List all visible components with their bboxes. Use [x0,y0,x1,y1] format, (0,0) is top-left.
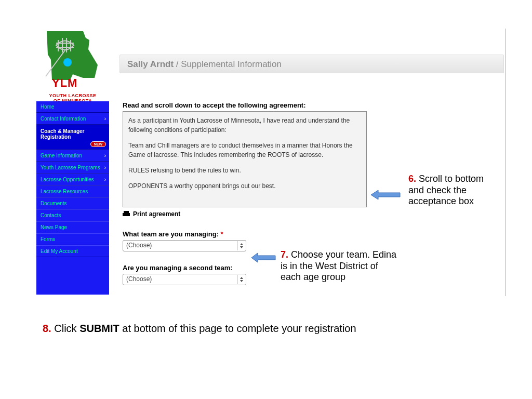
svg-marker-8 [251,253,275,262]
breadcrumb-section: Supplemental Information [181,59,282,69]
ylm-logo-graphic: YLM [36,29,104,91]
nav-contacts[interactable]: Contacts [36,209,109,221]
agreement-heading: Read and scroll down to accept the follo… [123,101,403,109]
annotation-8-pre: Click [51,323,79,334]
annotation-7-text: Choose your team. Edina is in the West D… [281,249,396,282]
svg-point-6 [63,58,72,66]
nav-label: Documents [41,201,67,206]
nav-youth-lacrosse-programs[interactable]: Youth Lacrosse Programs› [36,162,109,174]
printer-icon [123,211,130,217]
field-team-label-text: What team are you managing: [123,230,221,238]
nav-label: News Page [41,224,67,230]
nav-forms[interactable]: Forms [36,233,109,245]
nav-label: Lacrosse Resources [41,189,88,194]
agreement-para-4: OPPONENTS a worthy opponent brings out o… [128,181,361,191]
logo-block: YLM YOUTH LACROSSE OF MINNESOTA [36,29,109,103]
nav-label: Contact Information [41,116,86,122]
logo-org-line1: YOUTH LACROSSE [36,93,109,98]
chevron-right-icon: › [104,153,106,158]
new-badge: NEW [90,141,106,147]
annotation-6-text: Scroll to bottom and check the acceptanc… [408,174,484,206]
second-team-select-value: (Choose) [126,275,152,283]
annotation-8-post: at bottom of this page to complete your … [119,323,356,334]
nav-news-page[interactable]: News Page [36,221,109,233]
field-team: What team are you managing: * (Choose) [123,230,403,251]
nav-label: Forms [41,236,55,242]
annotation-8: 8. Click SUBMIT at bottom of this page t… [43,322,458,335]
nav-documents[interactable]: Documents [36,197,109,209]
breadcrumb-user: Sally Arndt [127,59,174,69]
annotation-7: 7. Choose your team. Edina is in the Wes… [281,249,400,283]
chevron-right-icon: › [104,165,106,170]
agreement-textbox[interactable]: As a participant in Youth Lacrosse of Mi… [123,111,367,207]
nav-label: Coach & Manager Registration [41,128,84,140]
nav-home[interactable]: Home [36,101,109,113]
nav-label: Lacrosse Opportunities [41,177,94,182]
print-agreement-link[interactable]: Print agreement [123,210,403,218]
nav-contact-information[interactable]: Contact Information› [36,113,109,125]
nav-label: Home [41,104,55,110]
annotation-6: 6. Scroll to bottom and check the accept… [408,174,491,207]
annotation-7-num: 7. [281,249,288,260]
nav-label: Edit My Account [41,248,78,254]
nav-lacrosse-opportunities[interactable]: Lacrosse Opportunities› [36,174,109,185]
chevron-right-icon: › [104,177,106,182]
team-select[interactable]: (Choose) [123,240,246,251]
nav-edit-my-account[interactable]: Edit My Account [36,245,109,257]
agreement-para-3: RULES refusing to bend the rules to win. [128,166,361,175]
second-team-select[interactable]: (Choose) [123,274,246,285]
select-arrows-icon [237,275,245,284]
sidebar-nav: Home Contact Information› Coach & Manage… [36,101,109,295]
annotation-arrow-7 [251,251,277,264]
annotation-arrow-6 [371,188,402,202]
field-team-label: What team are you managing: * [123,230,403,238]
nav-coach-manager-registration[interactable]: Coach & Manager RegistrationNEW [36,125,109,150]
team-select-value: (Choose) [126,242,152,249]
nav-label: Contacts [41,212,61,218]
annotation-8-num: 8. [43,323,51,334]
logo-abbrev: YLM [52,76,77,89]
agreement-para-1: As a participant in Youth Lacrosse of Mi… [128,116,361,135]
agreement-para-2: Team and Chill managers are to conduct t… [128,141,361,159]
nav-lacrosse-resources[interactable]: Lacrosse Resources [36,185,109,197]
nav-label: Game Information [41,153,82,158]
right-divider [506,29,506,296]
chevron-right-icon: › [104,116,106,122]
annotation-6-num: 6. [408,174,416,184]
required-icon: * [221,230,223,238]
nav-label: Youth Lacrosse Programs [41,165,100,170]
breadcrumb-header: Sally Arndt / Supplemental Information [119,55,504,73]
select-arrows-icon [237,241,245,250]
nav-game-information[interactable]: Game Information› [36,150,109,162]
breadcrumb-sep: / [174,59,181,69]
print-label: Print agreement [133,210,180,218]
annotation-8-bold: SUBMIT [79,323,119,334]
svg-marker-7 [371,190,400,200]
